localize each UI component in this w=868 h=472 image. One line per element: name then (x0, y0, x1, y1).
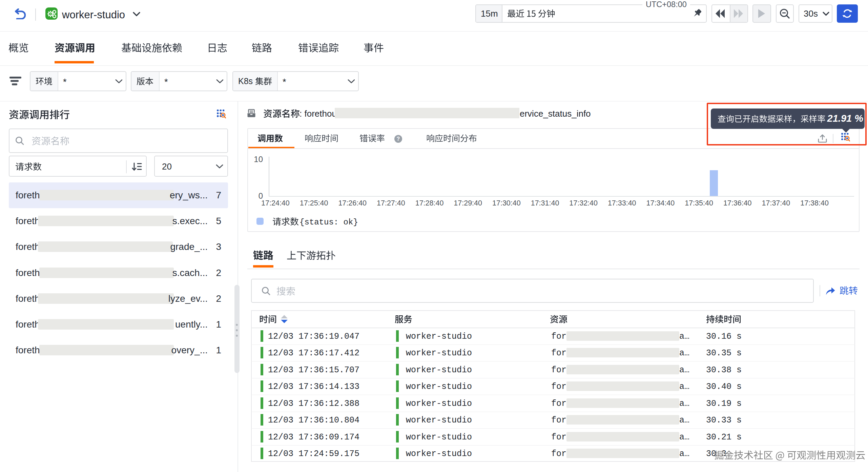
svg-text:?: ? (397, 136, 400, 142)
